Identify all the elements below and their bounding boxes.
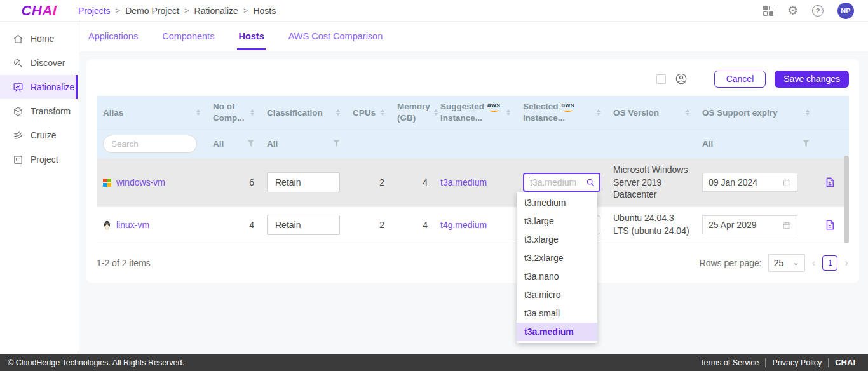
column-header-classification[interactable]: Classification: [261, 96, 346, 129]
sort-icon[interactable]: [503, 109, 510, 116]
sort-icon[interactable]: [193, 109, 200, 116]
no-of-components-value: 6: [207, 158, 261, 206]
dropdown-option[interactable]: t3.medium: [517, 194, 597, 212]
pagination-bar: 1-2 of 2 items Rows per page: 25 ⌄ ‹ 1 ›: [97, 253, 849, 273]
filter-no-of-components[interactable]: All: [207, 130, 261, 158]
breadcrumb-demo-project[interactable]: Demo Project: [125, 6, 179, 16]
footer: © CloudHedge Technologies. All Rights Re…: [0, 354, 868, 371]
rationalize-icon: [13, 82, 24, 93]
sidebar-item-label: Rationalize: [31, 82, 74, 92]
suggested-instance-link[interactable]: t4g.medium: [440, 220, 487, 230]
copyright-text: © CloudHedge Technologies. All Rights Re…: [0, 358, 184, 367]
sidebar-item-home[interactable]: Home: [0, 27, 78, 51]
privacy-policy-link[interactable]: Privacy Policy: [766, 358, 829, 367]
cpus-value: 2: [346, 158, 391, 206]
breadcrumb-separator: >: [116, 6, 121, 15]
sort-icon[interactable]: [247, 109, 254, 116]
sort-icon[interactable]: [377, 109, 384, 116]
dropdown-option[interactable]: t3a.nano: [517, 267, 597, 286]
tab-components[interactable]: Components: [161, 23, 215, 50]
apps-grid-icon[interactable]: [763, 6, 773, 16]
combobox-value: t3a.medium: [530, 177, 586, 187]
cruize-icon: [13, 130, 24, 141]
column-header-memory[interactable]: Memory(GB): [391, 96, 434, 129]
classification-select[interactable]: Retain: [267, 215, 340, 235]
sort-icon[interactable]: [593, 109, 600, 116]
project-icon: [13, 154, 24, 165]
os-version-text: Microsoft Windows Server 2019 Datacenter: [613, 164, 689, 201]
rows-per-page-select[interactable]: 25 ⌄: [768, 254, 805, 272]
sidebar-item-label: Cruize: [31, 130, 56, 140]
settings-gear-icon[interactable]: ⚙: [787, 4, 798, 17]
tab-applications[interactable]: Applications: [87, 23, 139, 50]
column-header-suggested-instance[interactable]: Suggested aws instance...: [434, 96, 517, 129]
host-alias-link[interactable]: linux-vm: [116, 220, 149, 230]
filter-classification[interactable]: All: [261, 130, 346, 158]
discover-icon: [13, 58, 24, 69]
previous-page-button[interactable]: ‹: [811, 257, 817, 268]
table-scrollbar[interactable]: [844, 156, 849, 243]
sidebar-item-project[interactable]: Project: [0, 147, 78, 172]
page-number-button[interactable]: 1: [822, 255, 837, 271]
rows-per-page-label: Rows per page:: [700, 258, 762, 268]
column-header-selected-instance[interactable]: Selected aws instance...: [517, 96, 607, 129]
tab-hosts[interactable]: Hosts: [237, 23, 265, 50]
dropdown-option[interactable]: t3.2xlarge: [517, 249, 597, 267]
column-header-os-version[interactable]: OS Version: [607, 96, 696, 129]
document-icon[interactable]: [824, 177, 836, 188]
sidebar-item-cruize[interactable]: Cruize: [0, 123, 78, 147]
column-header-cpus[interactable]: CPUs: [346, 96, 391, 129]
terms-of-service-link[interactable]: Terms of Service: [693, 358, 766, 367]
table-header-row: Alias No ofComp... Classification CPUs: [97, 96, 849, 129]
host-alias-link[interactable]: windows-vm: [116, 177, 165, 187]
next-page-button[interactable]: ›: [844, 257, 849, 268]
dropdown-option[interactable]: t3.xlarge: [517, 231, 597, 249]
sort-icon[interactable]: [682, 109, 689, 116]
breadcrumb-hosts: Hosts: [253, 6, 276, 16]
column-header-actions: [816, 96, 844, 129]
search-icon: [586, 178, 595, 187]
dropdown-option-selected[interactable]: t3a.medium: [517, 323, 597, 341]
memory-value: 4: [391, 207, 434, 242]
sidebar-item-discover[interactable]: Discover: [0, 51, 78, 75]
document-icon[interactable]: [824, 219, 836, 231]
classification-select[interactable]: Retain: [267, 172, 340, 192]
aws-logo-icon: aws: [487, 102, 500, 112]
suggested-instance-link[interactable]: t3a.medium: [440, 177, 487, 187]
selected-instance-combobox[interactable]: t3a.medium: [523, 173, 600, 192]
filter-funnel-icon[interactable]: [247, 139, 254, 149]
cancel-button[interactable]: Cancel: [714, 71, 766, 88]
column-header-no-of-components[interactable]: No ofComp...: [207, 96, 261, 129]
filter-os-support-expiry[interactable]: All: [696, 130, 816, 158]
dropdown-option[interactable]: t3a.micro: [517, 286, 597, 304]
breadcrumb-projects[interactable]: Projects: [78, 6, 111, 16]
sidebar-item-rationalize[interactable]: Rationalize: [0, 75, 78, 99]
save-changes-button[interactable]: Save changes: [775, 71, 849, 88]
breadcrumb-rationalize[interactable]: Rationalize: [194, 6, 238, 16]
sidebar-item-label: Discover: [31, 58, 65, 68]
sidebar-item-label: Transform: [31, 106, 71, 116]
tab-bar: Applications Components Hosts AWS Cost C…: [78, 22, 868, 51]
os-support-expiry-datepicker[interactable]: 25 Apr 2029: [702, 215, 797, 234]
alias-search-input[interactable]: [103, 135, 197, 153]
items-summary: 1-2 of 2 items: [97, 258, 151, 268]
sort-icon[interactable]: [332, 109, 340, 116]
sort-icon[interactable]: [802, 109, 810, 116]
filter-funnel-icon[interactable]: [803, 139, 810, 149]
top-bar: CHAI Projects > Demo Project > Rationali…: [0, 0, 868, 22]
toolbar-checkbox[interactable]: [656, 74, 666, 84]
person-circle-icon[interactable]: [675, 72, 688, 85]
os-support-expiry-datepicker[interactable]: 09 Jan 2024: [702, 173, 797, 192]
instance-dropdown-panel: t3.medium t3.large t3.xlarge t3.2xlarge …: [517, 192, 597, 343]
user-avatar[interactable]: NP: [837, 3, 854, 19]
sidebar-item-label: Project: [31, 154, 58, 165]
filter-funnel-icon[interactable]: [333, 139, 340, 149]
column-header-alias[interactable]: Alias: [97, 96, 207, 129]
hosts-table: Alias No ofComp... Classification CPUs: [97, 96, 849, 243]
dropdown-option[interactable]: t3a.small: [517, 304, 597, 323]
tab-aws-cost-comparison[interactable]: AWS Cost Comparison: [287, 23, 384, 50]
dropdown-option[interactable]: t3.large: [517, 212, 597, 231]
column-header-os-support-expiry[interactable]: OS Support expiry: [696, 96, 816, 129]
sidebar-item-transform[interactable]: Transform: [0, 99, 78, 123]
help-icon[interactable]: ?: [812, 5, 824, 17]
